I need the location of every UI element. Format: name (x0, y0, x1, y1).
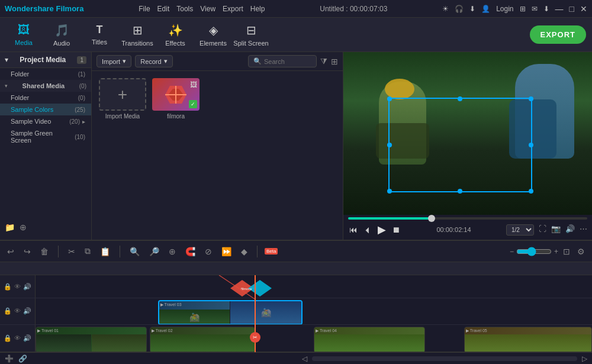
minimize-button[interactable]: — (555, 4, 564, 14)
import-dropdown[interactable]: Import ▾ (96, 55, 131, 67)
add-folder-icon[interactable]: 📁 (5, 223, 15, 232)
zoom-out-btn[interactable]: 🔎 (147, 246, 162, 257)
scroll-right-icon[interactable]: ▷ (582, 355, 587, 363)
paste-button[interactable]: 📋 (98, 246, 112, 257)
go-start-button[interactable]: ⏮ (348, 224, 359, 236)
tree-sample-colors[interactable]: Sample Colors (25) (0, 104, 91, 115)
track-v1-content[interactable]: ▶Travel 01 ▶Travel 02 (36, 325, 592, 352)
filmora-media-item[interactable]: ✓ 🖼 filmora (152, 78, 200, 120)
menu-tools[interactable]: Tools (176, 5, 193, 13)
toolbar-titles[interactable]: T Titles (82, 20, 117, 50)
tree-folder-1[interactable]: Folder (1) (0, 68, 91, 80)
menu-view[interactable]: View (200, 5, 215, 13)
speaker-icon[interactable]: 🔊 (23, 283, 31, 291)
screen-out-icon[interactable]: ⛶ (539, 224, 546, 236)
clip-travel03[interactable]: ▶ Travel 03 🚵 🚵 (158, 300, 303, 324)
handle-tm[interactable] (458, 96, 462, 101)
quality-select[interactable]: 1/2 Full 1/4 (506, 224, 534, 236)
email-icon[interactable]: ✉ (532, 5, 538, 13)
record-dropdown[interactable]: Record ▾ (135, 55, 172, 67)
more-icon[interactable]: ⋯ (580, 224, 587, 236)
sun-icon[interactable]: ☀ (442, 5, 449, 13)
track-v2-content[interactable]: ▶ Travel 03 🚵 🚵 (36, 298, 592, 324)
delete-button[interactable]: 🗑 (38, 246, 51, 257)
add-track-icon[interactable]: ➕ (5, 355, 14, 363)
copy-button[interactable]: ⧉ (82, 245, 93, 257)
toolbar-audio[interactable]: 🎵 Audio (44, 20, 79, 50)
toolbar-transitions[interactable]: ⊞ Transitions (120, 20, 155, 50)
handle-bm[interactable] (458, 189, 462, 194)
headphone-icon[interactable]: 🎧 (455, 5, 464, 13)
clip-speed-button[interactable]: ⏩ (219, 246, 234, 257)
progress-thumb[interactable] (428, 215, 435, 222)
auto-fit-button[interactable]: ⊡ (561, 246, 572, 257)
handle-mr[interactable] (529, 143, 533, 147)
cut-button[interactable]: ✂ (66, 246, 78, 257)
handle-bl[interactable] (387, 189, 392, 194)
login-label[interactable]: Login (496, 5, 513, 13)
grid-icon[interactable]: ⊞ (520, 5, 526, 13)
import-media-item[interactable]: + Import Media (99, 78, 146, 120)
lock2-icon[interactable]: 🔒 (4, 307, 12, 315)
volume-icon[interactable]: 🔊 (565, 224, 575, 236)
play-button[interactable]: ▶ (377, 222, 387, 237)
link-icon[interactable]: 🔗 (18, 355, 27, 363)
menu-export[interactable]: Export (223, 5, 243, 13)
project-media-header[interactable]: ▾ Project Media 1 (0, 52, 91, 68)
search-input[interactable] (264, 58, 311, 65)
magnet-button[interactable]: 🧲 (183, 246, 198, 257)
clip-travel01[interactable]: ▶Travel 01 (36, 327, 147, 352)
stop-button[interactable]: ⏹ (391, 224, 401, 236)
tree-sample-video[interactable]: Sample Video (20) ▸ (0, 115, 91, 127)
undo-button[interactable]: ↩ (5, 246, 17, 257)
login-button[interactable]: 👤 (481, 5, 490, 13)
clip-travel05[interactable]: ▶Travel 05 (464, 327, 592, 352)
clip-travel04[interactable]: ▶Travel 04 (314, 327, 425, 352)
filter-icon[interactable]: ⧩ (320, 56, 327, 66)
toolbar-elements[interactable]: ◈ Elements (195, 20, 231, 50)
toolbar-effects[interactable]: ✨ Effects (157, 20, 193, 50)
eye-icon[interactable]: 👁 (14, 283, 21, 291)
snapshot-icon[interactable]: 📷 (551, 224, 561, 236)
handle-ml[interactable] (387, 143, 392, 147)
track-transition-content[interactable]: filmora (36, 275, 592, 298)
progress-bar[interactable] (348, 217, 587, 220)
tree-shared-media[interactable]: ▾ Shared Media (0) (0, 80, 91, 92)
eye3-icon[interactable]: 👁 (14, 334, 21, 342)
download2-icon[interactable]: ⬇ (543, 5, 549, 13)
lock3-icon[interactable]: 🔒 (4, 334, 12, 342)
grid-view-icon[interactable]: ⊞ (331, 57, 338, 66)
zoom-minus-icon[interactable]: − (510, 247, 514, 256)
horizontal-scrollbar[interactable] (312, 356, 577, 361)
menu-help[interactable]: Help (250, 5, 265, 13)
zoom-plus-icon[interactable]: + (554, 247, 558, 256)
toolbar-media[interactable]: 🖼 Media (6, 20, 41, 50)
transition-clip[interactable]: filmora (230, 278, 278, 298)
settings-button[interactable]: ⚙ (575, 246, 587, 257)
ripple-button[interactable]: ⊕ (166, 246, 178, 257)
tree-sample-green[interactable]: Sample Green Screen (10) (0, 127, 91, 146)
eye2-icon[interactable]: 👁 (14, 307, 21, 315)
zoom-slider[interactable] (516, 247, 552, 256)
import-area[interactable]: + (99, 78, 146, 111)
menu-file[interactable]: File (139, 5, 150, 13)
toolbar-splitscreen[interactable]: ⊟ Split Screen (233, 20, 269, 50)
zoom-in-btn[interactable]: 🔍 (127, 246, 142, 257)
redo-button[interactable]: ↪ (21, 246, 33, 257)
download-icon[interactable]: ⬇ (469, 5, 475, 13)
add-item-icon[interactable]: ⊕ (20, 223, 27, 232)
marker-button[interactable]: ◆ (239, 246, 250, 257)
close-button[interactable]: ✕ (580, 4, 587, 14)
speaker2-icon[interactable]: 🔊 (23, 307, 31, 315)
maximize-button[interactable]: □ (570, 4, 574, 14)
handle-br[interactable] (529, 189, 533, 194)
step-back-button[interactable]: ⏴ (362, 224, 373, 236)
handle-tl[interactable] (387, 96, 392, 101)
split-button[interactable]: ⊘ (202, 246, 214, 257)
tree-folder-2[interactable]: Folder (0) (0, 92, 91, 104)
scroll-left-icon[interactable]: ◁ (302, 355, 307, 363)
clip-travel02[interactable]: ▶Travel 02 (150, 327, 256, 352)
lock-icon[interactable]: 🔒 (4, 283, 12, 291)
export-button[interactable]: EXPORT (530, 25, 586, 44)
menu-edit[interactable]: Edit (157, 5, 170, 13)
